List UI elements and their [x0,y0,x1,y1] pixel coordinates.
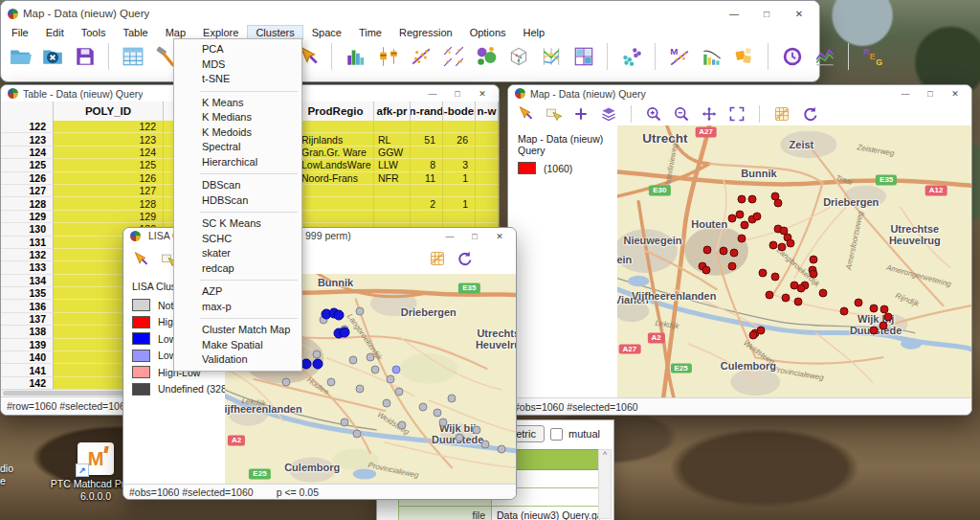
maximize-button[interactable]: □ [462,229,487,243]
minimize-button[interactable]: — [420,86,445,101]
boxplot-icon[interactable] [375,44,401,70]
menu-item-hdbscan[interactable]: HDBScan [174,193,301,209]
column-header-poly-id[interactable]: POLY_ID [54,102,164,121]
table-cell[interactable] [476,185,499,197]
table-cell[interactable] [411,121,443,133]
row-number-cell[interactable]: 139 [1,339,54,351]
row-number-cell[interactable]: 125 [1,159,54,171]
table-cell[interactable]: 127 [54,185,164,197]
table-cell[interactable]: 11 [411,172,443,185]
table-cell[interactable]: LLW [374,159,411,171]
menu-item-dbscan[interactable]: DBScan [174,178,301,193]
close-button[interactable]: ✕ [783,5,815,22]
menu-item-make-spatial[interactable]: Make Spatial [174,338,301,353]
table-cell[interactable]: LowLandsWare [298,159,374,171]
menubar-item-options[interactable]: Options [461,25,515,40]
close-button[interactable]: ✕ [487,229,512,243]
table-cell[interactable]: GGW [374,147,411,159]
lisa-legend-item-undefined-328-[interactable]: Undefined (328) [132,383,234,396]
table-cell[interactable]: 3 [443,159,476,171]
row-number-cell[interactable]: 128 [1,197,54,210]
row-number-cell[interactable]: 126 [1,172,54,185]
table-cell[interactable]: Rijnlands [298,133,374,146]
table-cell[interactable] [298,121,374,133]
table-cell[interactable]: 51 [411,133,443,146]
row-number-cell[interactable]: 130 [1,223,54,236]
extent-icon[interactable] [727,104,746,124]
minimize-button[interactable]: — [893,86,918,101]
table-cell[interactable]: 8 [411,159,443,171]
table-cell[interactable] [476,172,499,185]
table-cell[interactable]: 125 [54,159,164,171]
menubar-item-space[interactable]: Space [303,25,350,40]
column-header-n-boden[interactable]: n-boden [443,102,476,121]
conditional-plot-icon[interactable] [570,44,596,70]
clock-icon[interactable] [779,44,805,70]
table-cell[interactable]: RL [374,133,411,146]
row-number-cell[interactable]: 136 [1,300,54,312]
row-number-cell[interactable]: 133 [1,261,54,274]
map-canvas[interactable]: TraaiZeisterwegWaterliniewegAmersfoortse… [617,125,971,398]
column-header-n-rand[interactable]: n-rand [411,102,443,121]
table-cell[interactable] [298,185,374,197]
table-cell[interactable] [411,147,443,159]
table-cell[interactable] [374,197,411,210]
minimize-button[interactable]: — [718,5,750,22]
maximize-button[interactable]: □ [750,5,783,22]
row-number-cell[interactable]: 124 [1,147,54,159]
basemap-icon[interactable] [772,104,791,124]
layers-icon[interactable] [599,104,618,124]
weights-scrollbar[interactable]: ^ [598,449,612,519]
menubar-item-file[interactable]: File [3,25,37,40]
menu-item-mds[interactable]: MDS [174,57,301,73]
table-cell[interactable] [443,185,476,197]
table-cell[interactable]: 123 [54,133,164,146]
table-cell[interactable]: Noord-Frans [298,172,374,185]
mutual-checkbox[interactable] [550,428,563,441]
map-select-icon[interactable] [516,104,535,124]
row-number-cell[interactable]: 129 [1,211,54,223]
row-number-cell[interactable]: 138 [1,326,54,338]
column-header-prodregio[interactable]: ProdRegio [298,102,374,121]
table-cell[interactable] [476,121,499,133]
table-cell[interactable] [411,211,443,223]
minimize-button[interactable]: — [437,229,462,243]
map-legend-item[interactable]: (1060) [518,162,627,174]
column-header-afk-pr[interactable]: afk-pr [374,102,411,121]
table-cell[interactable]: 2 [411,197,443,210]
table-cell[interactable] [443,211,476,223]
table-cell[interactable] [443,121,476,133]
map-select-icon[interactable] [131,250,150,269]
table-cell[interactable] [374,185,411,197]
row-number-cell[interactable]: 140 [1,351,54,364]
open-folder-icon[interactable] [7,44,33,70]
cube-icon[interactable] [505,44,531,70]
table-cell[interactable] [476,147,499,159]
main-titlebar[interactable]: Map - Data (nieuw) Query —□✕ [1,1,819,24]
row-number-cell[interactable]: 132 [1,249,54,261]
menu-item-k-medoids[interactable]: K Medoids [174,125,301,141]
parallel-coordinates-icon[interactable] [538,44,564,70]
add-layer-icon[interactable] [571,104,590,124]
table-cell[interactable]: NFR [374,172,411,185]
menu-item-skater[interactable]: skater [174,246,301,261]
menu-item-redcap[interactable]: redcap [174,261,301,277]
table-cell[interactable]: 129 [54,211,164,223]
table-cell[interactable] [476,211,499,223]
table-cell[interactable]: 128 [54,197,164,210]
menu-item-sc-k-means[interactable]: SC K Means [174,216,301,232]
table-icon[interactable] [120,44,145,70]
row-number-cell[interactable]: 131 [1,237,54,249]
table-cell[interactable] [298,197,374,210]
close-button[interactable]: ✕ [470,86,495,101]
row-number-cell[interactable]: 137 [1,313,54,326]
table-cell[interactable]: 1 [443,172,476,185]
moran-icon[interactable]: M [666,44,692,70]
table-cell[interactable]: 26 [443,133,476,146]
table-cell[interactable] [411,185,443,197]
zoom-out-icon[interactable] [672,104,691,124]
column-header-n-w[interactable]: n-w [476,102,499,121]
menu-item-k-means[interactable]: K Means [174,96,301,111]
table-cell[interactable] [298,211,374,223]
menubar-item-help[interactable]: Help [515,25,554,40]
